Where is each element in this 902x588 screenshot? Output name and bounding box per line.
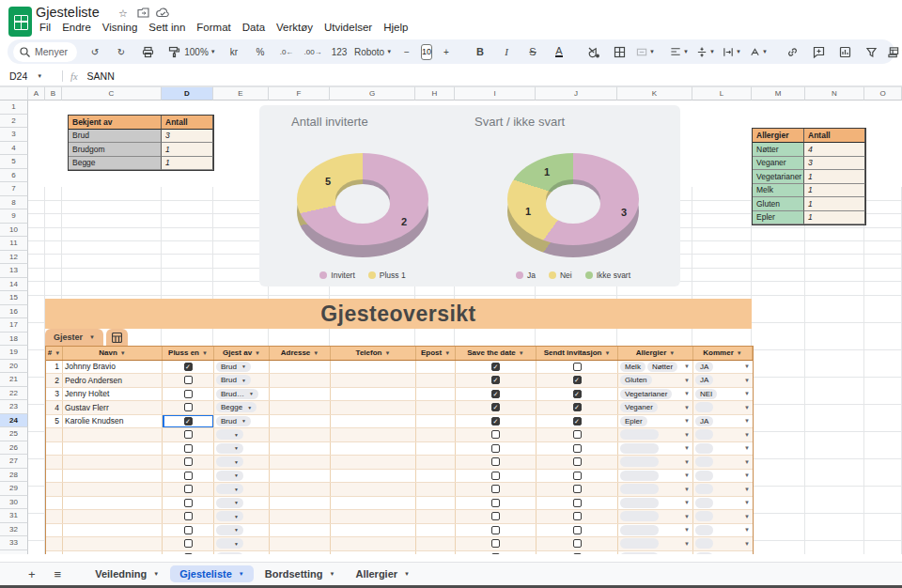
sendt-invitasjon-cell[interactable] bbox=[537, 470, 618, 483]
epost-cell[interactable] bbox=[416, 510, 456, 523]
create-filter-button[interactable] bbox=[859, 42, 883, 61]
checkbox[interactable] bbox=[184, 526, 193, 534]
checkbox[interactable] bbox=[184, 376, 193, 384]
kommer-cell[interactable]: ▼ bbox=[693, 524, 753, 537]
dropdown-chip[interactable] bbox=[620, 552, 659, 554]
formula-input[interactable]: SANN bbox=[87, 70, 115, 82]
sendt-invitasjon-cell[interactable] bbox=[537, 497, 618, 510]
dropdown-chip[interactable]: ▼ bbox=[216, 552, 243, 554]
checkbox[interactable] bbox=[491, 526, 500, 534]
pluss-en-cell[interactable] bbox=[163, 388, 214, 401]
epost-cell[interactable] bbox=[416, 456, 456, 469]
checkbox[interactable]: ✓ bbox=[184, 417, 193, 426]
sheet-tab-allergier[interactable]: Allergier▼ bbox=[346, 565, 419, 582]
guest-num-cell[interactable] bbox=[46, 497, 63, 510]
checkbox[interactable]: ✓ bbox=[573, 376, 582, 384]
column-header-A[interactable]: A bbox=[28, 86, 45, 101]
pluss-en-cell[interactable] bbox=[163, 524, 214, 537]
column-header-O[interactable]: O bbox=[864, 86, 902, 101]
pluss-en-cell[interactable] bbox=[163, 442, 214, 456]
dropdown-chip[interactable]: Melk bbox=[620, 362, 645, 372]
pluss-en-cell[interactable] bbox=[163, 470, 214, 483]
epost-cell[interactable] bbox=[416, 551, 456, 555]
guest-name-cell[interactable] bbox=[63, 551, 163, 555]
row-header-2[interactable]: 2 bbox=[0, 115, 28, 129]
format-percent-button[interactable]: % bbox=[248, 42, 272, 61]
checkbox[interactable] bbox=[184, 472, 193, 480]
donut-chart[interactable]: 311 bbox=[507, 153, 639, 245]
telefon-cell[interactable] bbox=[331, 361, 416, 374]
guest-col-header[interactable]: Sendt invitasjon▼ bbox=[537, 347, 618, 360]
sheet-tab-veiledning[interactable]: Veiledning▼ bbox=[86, 565, 168, 582]
guest-num-cell[interactable] bbox=[46, 551, 63, 555]
epost-cell[interactable] bbox=[416, 428, 456, 441]
adresse-cell[interactable] bbox=[270, 456, 331, 469]
column-header-E[interactable]: E bbox=[213, 86, 269, 101]
gjest-av-cell[interactable]: ▼ bbox=[214, 537, 270, 550]
column-header-L[interactable]: L bbox=[692, 86, 752, 101]
row-header-17[interactable]: 17 bbox=[0, 318, 28, 333]
allergier-cell[interactable]: ▼ bbox=[618, 456, 693, 469]
allergier-cell[interactable]: ▼ bbox=[618, 537, 693, 550]
kommer-cell[interactable]: ▼ bbox=[693, 497, 753, 510]
checkbox[interactable] bbox=[573, 444, 582, 453]
dropdown-chip[interactable] bbox=[620, 429, 659, 440]
row-header-20[interactable]: 20 bbox=[0, 360, 28, 374]
gjest-av-cell[interactable]: ▼ bbox=[214, 456, 270, 469]
dropdown-chip[interactable]: Brud…▼ bbox=[216, 389, 258, 399]
chevron-down-icon[interactable]: ▼ bbox=[37, 73, 42, 79]
telefon-cell[interactable] bbox=[331, 401, 416, 414]
guest-col-header[interactable]: Kommer▼ bbox=[693, 347, 753, 360]
telefon-cell[interactable] bbox=[331, 442, 416, 456]
row-header-33[interactable]: 33 bbox=[0, 536, 28, 550]
column-header-J[interactable]: J bbox=[536, 86, 617, 101]
checkbox[interactable]: ✓ bbox=[573, 390, 582, 398]
allergier-cell[interactable]: ▼ bbox=[618, 497, 693, 510]
kommer-cell[interactable]: ▼ bbox=[693, 510, 753, 523]
guest-col-header[interactable]: Epost▼ bbox=[416, 347, 456, 360]
dropdown-chip[interactable]: Gluten bbox=[620, 375, 652, 385]
text-rotate-button[interactable]: ▼ bbox=[746, 42, 770, 61]
increase-decimal-button[interactable]: .00→ bbox=[301, 42, 325, 61]
kommer-cell[interactable]: ▼ bbox=[693, 401, 753, 414]
allergier-cell[interactable]: ▼ bbox=[618, 551, 693, 555]
format-currency-button[interactable]: kr bbox=[222, 42, 246, 61]
row-header-8[interactable]: 8 bbox=[0, 196, 28, 210]
save-the-date-cell[interactable] bbox=[456, 537, 537, 550]
guest-num-cell[interactable]: 1 bbox=[46, 361, 63, 374]
chevron-down-icon[interactable]: ▼ bbox=[404, 571, 410, 577]
row-header-25[interactable]: 25 bbox=[0, 427, 28, 441]
sheet-tab-bordsetting[interactable]: Bordsetting▼ bbox=[256, 565, 345, 582]
epost-cell[interactable] bbox=[416, 361, 456, 374]
checkbox[interactable] bbox=[491, 457, 500, 466]
column-header-G[interactable]: G bbox=[330, 86, 415, 101]
guest-name-cell[interactable] bbox=[63, 428, 163, 441]
dropdown-chip[interactable] bbox=[695, 456, 713, 467]
epost-cell[interactable] bbox=[416, 470, 456, 483]
dropdown-chip[interactable] bbox=[695, 552, 713, 554]
row-header-26[interactable]: 26 bbox=[0, 441, 28, 456]
sendt-invitasjon-cell[interactable] bbox=[537, 537, 618, 550]
adresse-cell[interactable] bbox=[270, 361, 331, 374]
dropdown-chip[interactable]: ▼ bbox=[216, 511, 243, 521]
row-header-21[interactable]: 21 bbox=[0, 373, 28, 387]
epost-cell[interactable] bbox=[416, 524, 456, 537]
row-header-30[interactable]: 30 bbox=[0, 496, 28, 510]
row-header-9[interactable]: 9 bbox=[0, 209, 28, 224]
borders-button[interactable] bbox=[607, 42, 631, 61]
gjest-av-cell[interactable]: ▼ bbox=[214, 497, 270, 510]
dropdown-chip[interactable] bbox=[620, 456, 659, 467]
chevron-down-icon[interactable]: ▼ bbox=[329, 571, 334, 577]
save-the-date-cell[interactable]: ✓ bbox=[456, 374, 537, 387]
move-folder-icon[interactable] bbox=[137, 8, 149, 20]
epost-cell[interactable] bbox=[416, 401, 456, 414]
donut-chart[interactable]: 52 bbox=[297, 153, 428, 245]
adresse-cell[interactable] bbox=[270, 510, 331, 523]
guest-col-header[interactable]: Allergier▼ bbox=[618, 347, 693, 360]
star-icon[interactable]: ☆ bbox=[118, 8, 128, 20]
checkbox[interactable] bbox=[491, 539, 500, 548]
row-header-12[interactable]: 12 bbox=[0, 251, 28, 265]
save-the-date-cell[interactable] bbox=[456, 470, 537, 483]
dropdown-chip[interactable]: Brud▼ bbox=[216, 416, 251, 426]
guest-num-cell[interactable] bbox=[46, 470, 63, 483]
